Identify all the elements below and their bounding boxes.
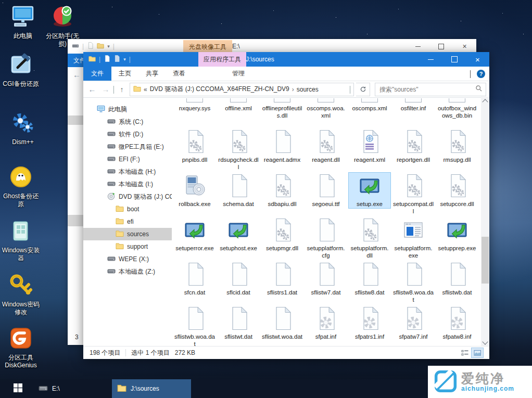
file-item[interactable]: offlineprofileutils.dll <box>260 97 304 120</box>
file-item[interactable]: sfpat.inf <box>304 305 348 346</box>
desktop-icon-windows-password[interactable]: Windows密码修改 <box>1 273 41 316</box>
file-item[interactable]: oscomps.woa.xml <box>304 97 348 120</box>
file-item[interactable]: setupprep.exe <box>435 216 479 261</box>
file-item[interactable]: sflistw7.dat <box>304 261 348 305</box>
close-button[interactable]: × <box>466 52 489 67</box>
scroll-down-arrow-icon[interactable] <box>481 338 489 346</box>
help-icon[interactable]: ? <box>477 70 485 78</box>
file-item[interactable]: schema.dat <box>217 172 260 216</box>
qat-dropdown-icon[interactable]: ▾ <box>123 57 126 62</box>
nav-item--pe-e-[interactable]: 微PE工具箱 (E:) <box>83 140 172 153</box>
search-input[interactable] <box>378 85 475 94</box>
desktop-icon-cgi-backup[interactable]: CGI备份还原 <box>1 52 41 88</box>
up-button[interactable]: ↑ <box>116 85 128 94</box>
file-item[interactable]: outofbox_windows_db.bin <box>435 97 479 120</box>
scroll-up-arrow-icon[interactable] <box>481 97 489 105</box>
back-button[interactable]: ← <box>86 85 98 94</box>
desktop-icon-this-pc[interactable]: 此电脑 <box>3 4 43 40</box>
ribbon-expand-chevron-icon[interactable] <box>470 70 471 78</box>
nav-item--[interactable]: 此电脑 <box>83 103 172 115</box>
file-item[interactable]: sflistw8.dat <box>348 261 391 305</box>
minimize-button[interactable] <box>419 52 442 67</box>
file-item[interactable]: reagent.admx <box>260 128 304 172</box>
nav-item-wepe-x-[interactable]: WEPE (X:) <box>83 253 172 265</box>
file-item[interactable]: sfcn.dat <box>173 261 217 305</box>
forward-button[interactable]: → <box>100 85 111 94</box>
breadcrumb-prefix[interactable]: « <box>144 86 147 93</box>
ribbon-tab-share[interactable]: 共享 <box>138 67 166 81</box>
ribbon-tab-home[interactable]: 主页 <box>111 67 138 81</box>
search-icon[interactable] <box>475 85 483 94</box>
recent-locations-chevron-icon[interactable] <box>113 86 114 93</box>
file-item[interactable]: setuperror.exe <box>173 216 217 261</box>
file-list-viewport[interactable]: nxquery.sysoffline.xmlofflineprofileutil… <box>172 97 481 346</box>
breadcrumb-path[interactable]: DVD 驱动器 (J:) CCCOMA_X64FRE_ZH-CN_DV9 <box>150 85 289 94</box>
file-item[interactable]: sfpatrs1.inf <box>348 305 391 346</box>
file-item[interactable]: rollback.exe <box>173 172 217 216</box>
search-box[interactable] <box>375 83 486 96</box>
scrollbar-thumb[interactable] <box>482 237 489 284</box>
file-item[interactable]: reportgen.dll <box>391 128 435 172</box>
nav-item-efi[interactable]: efi <box>83 215 172 228</box>
file-item[interactable]: segoeui.ttf <box>304 172 348 216</box>
refresh-button[interactable] <box>356 83 370 96</box>
file-item[interactable]: setupplatform.dll <box>348 216 391 261</box>
address-dropdown-chevron-icon[interactable] <box>350 86 350 93</box>
vertical-scrollbar[interactable] <box>481 97 489 346</box>
address-bar[interactable]: « DVD 驱动器 (J:) CCCOMA_X64FRE_ZH-CN_DV9 ›… <box>130 83 354 96</box>
file-item[interactable]: sflistwb.woa.dat <box>173 305 217 346</box>
nav-item-support[interactable]: support <box>83 240 172 253</box>
ribbon-tab-view[interactable]: 查看 <box>166 67 193 81</box>
nav-item-efi-f-[interactable]: EFI (F:) <box>83 153 172 165</box>
file-item[interactable]: rdsupgcheck.dll <box>217 128 260 172</box>
qat-dropdown-icon[interactable]: ▾ <box>107 44 110 49</box>
nav-item--d-[interactable]: 软件 (D:) <box>83 128 172 140</box>
navigation-pane[interactable]: 此电脑系统 (C:)软件 (D:)微PE工具箱 (E:)EFI (F:)本地磁盘… <box>83 97 172 346</box>
close-button[interactable]: × <box>453 39 476 54</box>
file-item[interactable]: rmsupg.dll <box>435 128 479 172</box>
file-item[interactable]: sflistwt.woa.dat <box>260 305 304 346</box>
file-item[interactable]: offline.xml <box>217 97 260 120</box>
file-item[interactable]: oscomps.xml <box>348 97 391 120</box>
desktop-icon-diskgenius[interactable]: 分区工具DiskGenius <box>1 326 41 369</box>
file-item[interactable]: pnpibs.dll <box>173 128 217 172</box>
nav-item--h-[interactable]: 本地磁盘 (H:) <box>83 165 172 178</box>
nav-item-sources[interactable]: sources <box>83 228 172 240</box>
file-item[interactable]: sflcid.dat <box>217 261 260 305</box>
file-item[interactable]: setupplatform.exe <box>391 216 435 261</box>
quick-access-toolbar[interactable]: | ▾ | <box>88 52 131 67</box>
application-tools-tab[interactable]: 应用程序工具 <box>198 52 246 67</box>
details-view-button[interactable] <box>459 348 471 357</box>
nav-item-boot[interactable]: boot <box>83 203 172 215</box>
file-item[interactable]: setuphost.exe <box>217 216 260 261</box>
ribbon-tab-file[interactable]: 文件 <box>83 67 111 81</box>
desktop-icon-dism[interactable]: Dism++ <box>3 110 43 146</box>
file-item[interactable]: sflistwt.dat <box>217 305 260 346</box>
nav-item--i-[interactable]: 本地磁盘 (I:) <box>83 178 172 190</box>
ribbon-tab-manage[interactable]: 管理 <box>225 67 252 81</box>
maximize-button[interactable] <box>429 39 453 54</box>
file-item[interactable]: setup.exe <box>348 172 391 216</box>
file-item[interactable]: sflistwb.dat <box>435 261 479 305</box>
file-item[interactable]: sfpatw7.inf <box>391 305 435 346</box>
bg-back-arrow-icon[interactable]: ← <box>73 70 81 79</box>
breadcrumb-leaf[interactable]: sources <box>297 86 319 93</box>
desktop-icon-ghost-backup[interactable]: Ghost备份还原 <box>1 164 41 208</box>
file-item[interactable]: sfpatw8.inf <box>435 305 479 346</box>
minimize-button[interactable] <box>406 39 429 54</box>
file-item[interactable]: setupcore.dll <box>435 172 479 216</box>
nav-item--z-[interactable]: 本地磁盘 (Z:) <box>83 265 172 278</box>
file-item[interactable]: nxquery.sys <box>173 97 217 120</box>
bg-quick-access-toolbar[interactable]: | ▾ | <box>72 39 115 54</box>
start-button[interactable] <box>6 379 29 398</box>
taskbar-item-app[interactable]: E:\ <box>33 379 91 398</box>
file-item[interactable]: setupcompat.dll <box>391 172 435 216</box>
nav-item-dvd-j-cc[interactable]: DVD 驱动器 (J:) CC <box>83 190 172 203</box>
maximize-button[interactable] <box>442 52 466 67</box>
file-item[interactable]: setupplatform.cfg <box>304 216 348 261</box>
file-item[interactable]: reagent.dll <box>304 128 348 172</box>
desktop-icon-windows-installer[interactable]: Windows安装器 <box>1 219 41 262</box>
file-item[interactable]: sdbapiu.dll <box>260 172 304 216</box>
nav-item--c-[interactable]: 系统 (C:) <box>83 115 172 128</box>
file-item[interactable]: sflistw8.woa.dat <box>391 261 435 305</box>
